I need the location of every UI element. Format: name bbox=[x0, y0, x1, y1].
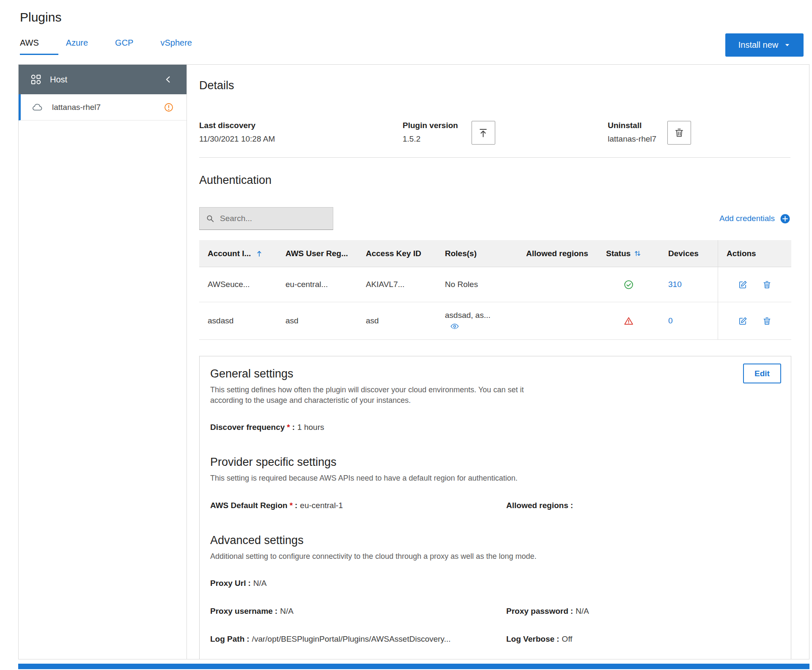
sidebar-item-label: lattanas-rhel7 bbox=[52, 103, 101, 112]
log-path-value: /var/opt/BESPluginPortal/Plugins/AWSAsse… bbox=[252, 634, 451, 643]
column-header-actions: Actions bbox=[718, 240, 791, 267]
sidebar-collapse-button[interactable] bbox=[162, 73, 175, 86]
devices-count-link[interactable]: 310 bbox=[668, 280, 682, 289]
advanced-settings-description: Additional setting to configure connecti… bbox=[210, 551, 780, 562]
log-verbose-field: Log Verbose:Off bbox=[506, 634, 572, 644]
edit-credential-icon[interactable] bbox=[738, 316, 748, 326]
cloud-icon bbox=[32, 102, 43, 113]
log-row: Log Path:/var/opt/BESPluginPortal/Plugin… bbox=[210, 634, 780, 644]
column-header-access-key-id-label: Access Key ID bbox=[366, 249, 421, 258]
column-header-actions-label: Actions bbox=[727, 249, 756, 258]
settings-panel: Edit General settings This setting defin… bbox=[199, 356, 791, 659]
sidebar-item-host[interactable]: lattanas-rhel7 bbox=[19, 94, 187, 120]
column-header-aws-user-region: AWS User Reg... bbox=[277, 240, 357, 267]
tab-gcp[interactable]: GCP bbox=[115, 38, 153, 55]
add-credentials-button[interactable]: Add credentials bbox=[719, 213, 790, 224]
view-roles-eye-icon[interactable] bbox=[450, 322, 459, 331]
proxy-username-value: N/A bbox=[280, 607, 294, 615]
upgrade-plugin-button[interactable] bbox=[472, 121, 495, 145]
column-header-status[interactable]: Status bbox=[598, 240, 660, 267]
uninstall-value: lattanas-rhel7 bbox=[608, 134, 656, 144]
colon: : bbox=[571, 501, 573, 510]
table-header-row: Account I... AWS User Reg... Access Key … bbox=[199, 240, 791, 267]
table-row: asdasd asd asd asdsad, as... bbox=[199, 302, 791, 340]
tab-azure[interactable]: Azure bbox=[66, 38, 107, 55]
column-header-account[interactable]: Account I... bbox=[199, 240, 277, 267]
search-input[interactable] bbox=[220, 214, 328, 223]
host-sidebar: Host lattanas-rhel7 bbox=[19, 65, 187, 659]
cell-roles: asdsad, as... bbox=[436, 302, 518, 339]
delete-credential-icon[interactable] bbox=[762, 316, 772, 326]
column-header-roles-label: Roles(s) bbox=[445, 249, 477, 258]
last-discovery-value: 11/30/2021 10:28 AM bbox=[199, 134, 275, 144]
proxy-password-value: N/A bbox=[576, 607, 589, 615]
proxy-username-field: Proxy username:N/A bbox=[210, 607, 506, 616]
sidebar-header: Host bbox=[19, 65, 187, 94]
authentication-toolbar: Add credentials bbox=[199, 207, 790, 230]
add-plus-icon bbox=[780, 213, 790, 224]
provider-settings-description: This setting is required because AWS API… bbox=[210, 473, 780, 484]
colon: : bbox=[557, 634, 559, 643]
log-verbose-label: Log Verbose bbox=[506, 634, 554, 643]
colon: : bbox=[247, 634, 249, 643]
cell-access-key-id: asd bbox=[357, 302, 436, 339]
cell-devices: 310 bbox=[660, 267, 718, 302]
colon: : bbox=[275, 607, 277, 615]
tab-vsphere[interactable]: vSphere bbox=[160, 38, 211, 55]
horizontal-scrollbar[interactable] bbox=[18, 664, 809, 669]
authentication-title: Authentication bbox=[199, 174, 790, 187]
uninstall-button[interactable] bbox=[667, 121, 691, 145]
column-header-devices: Devices bbox=[660, 240, 718, 267]
column-header-access-key-id: Access Key ID bbox=[357, 240, 436, 267]
edit-settings-button[interactable]: Edit bbox=[743, 364, 781, 383]
tab-aws[interactable]: AWS bbox=[20, 38, 58, 55]
cell-aws-user-region: eu-central... bbox=[277, 267, 357, 302]
required-marker: * bbox=[290, 501, 293, 510]
discover-frequency-label: Discover frequency bbox=[210, 423, 285, 432]
proxy-url-label: Proxy Url bbox=[210, 579, 246, 588]
column-header-aws-user-region-label: AWS User Reg... bbox=[285, 249, 348, 258]
add-credentials-label: Add credentials bbox=[719, 214, 775, 223]
aws-default-region-field: AWS Default Region*:eu-central-1 bbox=[210, 501, 506, 510]
host-grid-icon bbox=[30, 73, 42, 86]
proxy-credentials-row: Proxy username:N/A Proxy password:N/A bbox=[210, 607, 780, 616]
proxy-url-value: N/A bbox=[253, 579, 267, 588]
roles-text: asdsad, as... bbox=[445, 311, 491, 320]
details-divider bbox=[199, 157, 790, 158]
region-row: AWS Default Region*:eu-central-1 Allowed… bbox=[210, 501, 780, 510]
plugin-panel: Host lattanas-rhel7 bbox=[18, 64, 809, 659]
devices-count-link[interactable]: 0 bbox=[668, 316, 673, 325]
status-success-icon bbox=[623, 279, 634, 290]
uninstall-field: Uninstall lattanas-rhel7 bbox=[608, 121, 691, 145]
provider-settings-title: Provider specific settings bbox=[210, 456, 780, 469]
discover-frequency-field: Discover frequency*:1 hours bbox=[210, 423, 324, 432]
status-error-icon bbox=[623, 316, 634, 326]
upload-icon bbox=[477, 127, 489, 139]
log-path-label: Log Path bbox=[210, 634, 244, 643]
cell-aws-user-region: asd bbox=[277, 302, 357, 339]
delete-credential-icon[interactable] bbox=[762, 280, 772, 290]
column-header-status-label: Status bbox=[606, 249, 631, 258]
discover-frequency-value: 1 hours bbox=[297, 423, 324, 432]
plugin-version-label: Plugin version bbox=[403, 121, 458, 130]
cell-allowed-regions bbox=[518, 267, 598, 302]
install-new-button[interactable]: Install new bbox=[725, 33, 804, 57]
chevron-down-icon bbox=[784, 42, 790, 48]
column-header-account-label: Account I... bbox=[208, 249, 251, 258]
edit-credential-icon[interactable] bbox=[738, 280, 748, 290]
provider-tabs: AWS Azure GCP vSphere bbox=[20, 38, 219, 55]
cell-status bbox=[598, 302, 660, 339]
column-header-allowed-regions-label: Allowed regions bbox=[526, 249, 588, 258]
advanced-settings-title: Advanced settings bbox=[210, 534, 780, 547]
trash-icon bbox=[674, 127, 685, 138]
credentials-search[interactable] bbox=[199, 207, 333, 230]
details-fields: Last discovery 11/30/2021 10:28 AM Plugi… bbox=[199, 121, 790, 145]
log-path-field: Log Path:/var/opt/BESPluginPortal/Plugin… bbox=[210, 634, 506, 644]
cell-roles: No Roles bbox=[436, 267, 518, 302]
search-icon bbox=[206, 214, 215, 223]
proxy-url-field: Proxy Url:N/A bbox=[210, 579, 267, 588]
proxy-url-row: Proxy Url:N/A bbox=[210, 579, 780, 588]
colon: : bbox=[571, 607, 573, 615]
allowed-regions-field: Allowed regions: bbox=[506, 501, 576, 510]
column-header-roles: Roles(s) bbox=[436, 240, 518, 267]
